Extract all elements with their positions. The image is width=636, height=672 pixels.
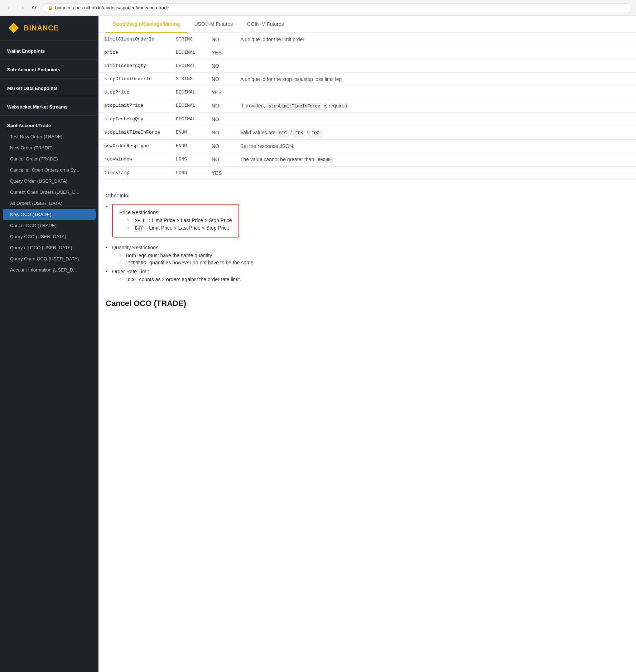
sidebar-item-query-all-oco[interactable]: Query all OCO (USER_DATA) xyxy=(0,242,98,253)
param-name: stopLimitTimeInForce xyxy=(98,126,170,140)
param-name: stopLimitPrice xyxy=(98,99,170,113)
param-mandatory: NO xyxy=(206,73,235,86)
param-description xyxy=(235,59,636,73)
quantity-rule-1: Both legs must have the same quantity xyxy=(119,252,629,259)
param-name: stopIcebergQty xyxy=(98,113,170,126)
sidebar: BINANCE Wallet Endpoints Sub-Account End… xyxy=(0,16,98,672)
param-description: If provided, stopLimitTimeInForce is req… xyxy=(235,99,636,113)
param-mandatory: YES xyxy=(206,167,235,180)
ioc-code: IOC xyxy=(309,130,322,136)
browser-bar: ← → ↻ 🔒 binance-docs.github.io/apidocs/s… xyxy=(0,0,636,16)
param-description xyxy=(235,113,636,126)
reload-button[interactable]: ↻ xyxy=(29,3,39,13)
fok-code: FOK xyxy=(293,130,305,136)
price-restrictions-item: Price Restrictions: SELL : Limit Price >… xyxy=(106,203,629,244)
param-description: A unique Id for the limit order xyxy=(235,33,636,46)
param-name: price xyxy=(98,46,170,59)
quantity-rule-2-text: quantities however do not have to be the… xyxy=(149,260,255,265)
param-name: limitIcebergQty xyxy=(98,59,170,73)
other-info-list: Price Restrictions: SELL : Limit Price >… xyxy=(106,203,629,284)
param-type: LONG xyxy=(170,167,206,180)
sidebar-item-cancel-order[interactable]: Cancel Order (TRADE) xyxy=(0,153,98,164)
buy-code: BUY xyxy=(133,225,145,232)
order-rate-rule: OCO counts as 2 orders against the order… xyxy=(119,276,629,283)
param-type: STRING xyxy=(170,73,206,86)
lock-icon: 🔒 xyxy=(48,5,53,10)
sidebar-item-query-oco[interactable]: Query OCO (USER_DATA) xyxy=(0,231,98,242)
right-panel: Spot/Margin/Savings/Mining USD®-M Future… xyxy=(98,16,636,672)
param-name: newOrderRespType xyxy=(98,140,170,153)
sidebar-logo: BINANCE xyxy=(0,16,98,40)
table-row: newOrderRespType ENUM NO Set the respons… xyxy=(98,140,636,153)
quantity-sub-list: Both legs must have the same quantity IC… xyxy=(112,252,629,267)
sidebar-item-all-orders[interactable]: All Orders (USER_DATA) xyxy=(0,198,98,209)
sidebar-section-subaccount[interactable]: Sub-Account Endpoints xyxy=(0,63,98,75)
order-rate-rule-text: counts as 2 orders against the order rat… xyxy=(139,277,241,282)
sidebar-item-new-order[interactable]: New Order (TRADE) xyxy=(0,142,98,153)
nav-spot[interactable]: Spot/Margin/Savings/Mining xyxy=(106,16,187,33)
address-bar[interactable]: 🔒 binance-docs.github.io/apidocs/spot/en… xyxy=(42,3,632,12)
param-description: Valid values are GTC / FOK / IOC xyxy=(235,126,636,140)
nav-coin-futures[interactable]: COIN-M Futures xyxy=(240,16,291,33)
top-nav: Spot/Margin/Savings/Mining USD®-M Future… xyxy=(98,16,636,33)
param-name: limitClientOrderId xyxy=(98,33,170,46)
sidebar-section-spot[interactable]: Spot Account/Trade xyxy=(0,119,98,131)
param-mandatory: NO xyxy=(206,33,235,46)
sidebar-section-websocket[interactable]: Websocket Market Streams xyxy=(0,100,98,112)
other-info-title: Other Info: xyxy=(106,193,629,198)
browser-controls: ← → ↻ xyxy=(4,3,39,13)
content-inner: limitClientOrderId STRING NO A unique Id… xyxy=(98,33,636,327)
param-name: stopClientOrderId xyxy=(98,73,170,86)
content-area[interactable]: limitClientOrderId STRING NO A unique Id… xyxy=(98,33,636,672)
sidebar-section-market[interactable]: Market Data Endpoints xyxy=(0,81,98,94)
sidebar-item-test-new-order[interactable]: Test New Order (TRADE) xyxy=(0,131,98,142)
price-restrictions-label: Price Restrictions: xyxy=(119,210,160,215)
table-row: stopPrice DECIMAL YES xyxy=(98,86,636,99)
sidebar-item-query-order[interactable]: Query Order (USER_DATA) xyxy=(0,176,98,187)
sidebar-item-cancel-all[interactable]: Cancel all Open Orders on a Sy... xyxy=(0,164,98,176)
sidebar-section-wallet[interactable]: Wallet Endpoints xyxy=(0,44,98,57)
sidebar-nav: Wallet Endpoints Sub-Account Endpoints M… xyxy=(0,40,98,279)
param-description xyxy=(235,167,636,180)
table-row: stopLimitTimeInForce ENUM NO Valid value… xyxy=(98,126,636,140)
param-description xyxy=(235,46,636,59)
param-type: DECIMAL xyxy=(170,86,206,99)
forward-button[interactable]: → xyxy=(16,3,26,13)
quantity-restrictions-label: Quantity Restrictions: xyxy=(112,245,160,250)
param-name: recvWindow xyxy=(98,153,170,167)
url-text: binance-docs.github.io/apidocs/spot/en/#… xyxy=(55,5,169,10)
param-type: DECIMAL xyxy=(170,113,206,126)
page-wrapper: BINANCE Wallet Endpoints Sub-Account End… xyxy=(0,16,636,672)
param-description: The value cannot be greater than 60000 xyxy=(235,153,636,167)
table-row: timestamp LONG YES xyxy=(98,167,636,180)
param-description xyxy=(235,86,636,99)
table-row: price DECIMAL YES xyxy=(98,46,636,59)
sidebar-item-current-open[interactable]: Current Open Orders (USER_D... xyxy=(0,187,98,198)
quantity-rule-2: ICEBERG quantities however do not have t… xyxy=(119,259,629,267)
param-mandatory: NO xyxy=(206,140,235,153)
back-button[interactable]: ← xyxy=(4,3,14,13)
order-rate-limit-label: Order Rate Limit xyxy=(112,269,149,274)
table-row: stopIcebergQty DECIMAL NO xyxy=(98,113,636,126)
iceberg-code: ICEBERG xyxy=(126,260,148,267)
sidebar-item-new-oco[interactable]: New OCO (TRADE) xyxy=(3,209,96,220)
other-info-section: Other Info: Price Restrictions: SELL : L… xyxy=(98,187,636,290)
param-type: DECIMAL xyxy=(170,59,206,73)
param-type: ENUM xyxy=(170,140,206,153)
sell-rule-item: SELL : Limit Price > Last Price > Stop P… xyxy=(126,217,232,224)
price-sub-list: SELL : Limit Price > Last Price > Stop P… xyxy=(119,217,232,232)
param-mandatory: NO xyxy=(206,113,235,126)
oco-code: OCO xyxy=(126,277,138,283)
param-type: LONG xyxy=(170,153,206,167)
param-mandatory: NO xyxy=(206,99,235,113)
sidebar-item-account-info[interactable]: Account Information (USER_D... xyxy=(0,264,98,275)
quantity-restrictions-item: Quantity Restrictions: Both legs must ha… xyxy=(106,244,629,268)
nav-usd-futures[interactable]: USD®-M Futures xyxy=(187,16,240,33)
table-row: limitClientOrderId STRING NO A unique Id… xyxy=(98,33,636,46)
sidebar-item-cancel-oco[interactable]: Cancel OCO (TRADE) xyxy=(0,220,98,231)
param-description: A unique Id for the stop loss/stop loss … xyxy=(235,73,636,86)
param-description: Set the response JSON. xyxy=(235,140,636,153)
table-row: limitIcebergQty DECIMAL NO xyxy=(98,59,636,73)
sidebar-item-query-open-oco[interactable]: Query Open OCO (USER_DATA) xyxy=(0,253,98,264)
param-type: ENUM xyxy=(170,126,206,140)
